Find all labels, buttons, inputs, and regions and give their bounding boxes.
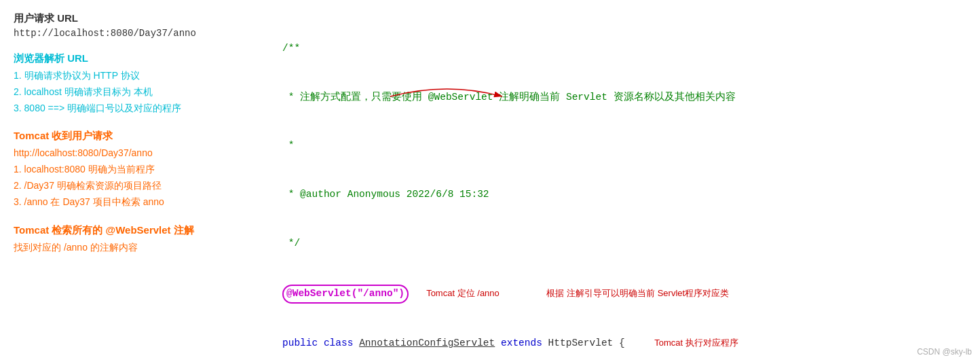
tomcat-search-title: Tomcat 检索所有的 @WebServlet 注解: [14, 224, 258, 237]
url-title: 用户请求 URL: [14, 12, 258, 25]
browser-item-1: 1. 明确请求协议为 HTTP 协议: [14, 68, 258, 84]
browser-item-2: 2. localhost 明确请求目标为 本机: [14, 84, 258, 101]
main-container: 用户请求 URL http://localhost:8080/Day37/ann…: [0, 0, 980, 362]
browser-item-3: 3. 8080 ==> 明确端口号以及对应的程序: [14, 101, 258, 117]
tomcat-request-item-2: 2. /Day37 明确检索资源的项目路径: [14, 178, 258, 194]
url-value: http://localhost:8080/Day37/anno: [14, 28, 258, 39]
watermark: CSDN @sky-lb: [917, 347, 972, 357]
tomcat-search-section: Tomcat 检索所有的 @WebServlet 注解 找到对应的 /anno …: [14, 224, 258, 256]
tomcat-request-url: http://localhost:8080/Day37/anno: [14, 145, 258, 162]
browser-section: 浏览器解析 URL 1. 明确请求协议为 HTTP 协议 2. localhos…: [14, 52, 258, 116]
tomcat-request-section: Tomcat 收到用户请求 http://localhost:8080/Day3…: [14, 130, 258, 210]
annotation-arrow: [271, 0, 980, 362]
tomcat-request-item-3: 3. /anno 在 Day37 项目中检索 anno: [14, 194, 258, 211]
tomcat-request-item-1: 1. localhost:8080 明确为当前程序: [14, 162, 258, 178]
tomcat-search-desc: 找到对应的 /anno 的注解内容: [14, 240, 258, 256]
browser-title: 浏览器解析 URL: [14, 52, 258, 65]
left-panel: 用户请求 URL http://localhost:8080/Day37/ann…: [0, 0, 271, 362]
tomcat-request-title: Tomcat 收到用户请求: [14, 130, 258, 143]
right-panel: /** * 注解方式配置，只需要使用 @WebServlet 注解明确当前 Se…: [271, 0, 980, 362]
url-section: 用户请求 URL http://localhost:8080/Day37/ann…: [14, 12, 258, 39]
